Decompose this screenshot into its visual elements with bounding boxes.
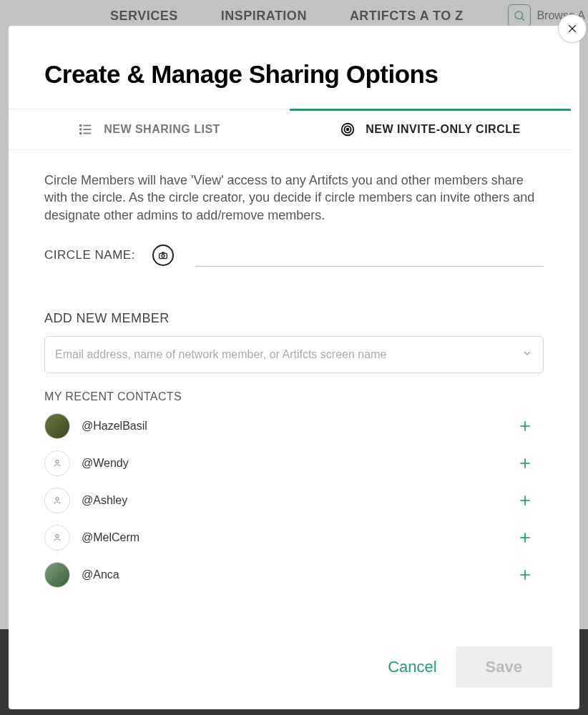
- list-icon: [78, 122, 94, 137]
- svg-point-17: [56, 460, 59, 463]
- plus-icon: [518, 493, 532, 508]
- add-contact-button[interactable]: [515, 528, 535, 548]
- modal-title: Create & Manage Sharing Options: [9, 26, 579, 109]
- avatar: [44, 562, 70, 588]
- svg-point-12: [347, 129, 349, 131]
- add-member-label: ADD NEW MEMBER: [44, 311, 544, 326]
- svg-point-20: [56, 498, 59, 500]
- avatar: [44, 413, 70, 439]
- add-contact-button[interactable]: [515, 490, 535, 511]
- camera-icon[interactable]: [152, 245, 174, 266]
- close-icon: [567, 23, 578, 34]
- circle-name-input[interactable]: [195, 244, 544, 267]
- contact-row: @Ashley: [44, 482, 535, 519]
- person-icon: [52, 458, 62, 468]
- plus-icon: [518, 531, 532, 545]
- add-contact-button[interactable]: [515, 416, 535, 436]
- tabs: NEW SHARING LIST NEW INVITE-ONLY CIRCLE: [9, 109, 571, 150]
- contact-row: @Wendy: [44, 445, 535, 482]
- recent-contacts-list: @HazelBasil @Wendy @Ashley: [44, 408, 544, 633]
- chevron-down-icon: [521, 347, 533, 362]
- add-contact-button[interactable]: [515, 565, 535, 585]
- target-icon: [340, 122, 356, 137]
- modal-body: Circle Members will have 'View' access t…: [9, 150, 579, 633]
- contact-handle: @HazelBasil: [82, 420, 504, 433]
- svg-point-14: [162, 255, 165, 257]
- save-button[interactable]: Save: [456, 646, 552, 688]
- close-button[interactable]: [558, 14, 587, 43]
- tab-new-invite-circle[interactable]: NEW INVITE-ONLY CIRCLE: [290, 109, 571, 149]
- tab-circle-label: NEW INVITE-ONLY CIRCLE: [366, 123, 520, 136]
- circle-name-row: CIRCLE NAME:: [44, 244, 544, 267]
- contact-row: @HazelBasil: [44, 408, 535, 445]
- recent-contacts-label: MY RECENT CONTACTS: [44, 390, 544, 403]
- tab-new-sharing-list[interactable]: NEW SHARING LIST: [9, 109, 290, 149]
- plus-icon: [518, 568, 532, 582]
- contact-handle: @Anca: [82, 568, 504, 581]
- svg-point-8: [80, 133, 82, 134]
- modal-footer: Cancel Save: [9, 633, 579, 709]
- person-icon: [52, 495, 62, 506]
- contact-handle: @Wendy: [82, 457, 504, 470]
- circle-description: Circle Members will have 'View' access t…: [44, 172, 544, 224]
- plus-icon: [518, 419, 532, 433]
- svg-point-6: [80, 129, 82, 130]
- cancel-button[interactable]: Cancel: [388, 658, 436, 676]
- avatar: [44, 525, 70, 551]
- add-member-input[interactable]: [55, 348, 521, 361]
- circle-name-label: CIRCLE NAME:: [44, 248, 135, 262]
- svg-point-4: [80, 125, 82, 127]
- contact-row: @Anca: [44, 556, 535, 593]
- avatar: [44, 450, 70, 476]
- contact-handle: @Ashley: [82, 494, 504, 507]
- svg-point-23: [56, 535, 59, 538]
- sharing-modal: Create & Manage Sharing Options NEW SHAR…: [9, 26, 579, 709]
- avatar: [44, 488, 70, 513]
- contact-row: @MelCerm: [44, 519, 535, 556]
- add-contact-button[interactable]: [515, 453, 535, 473]
- person-icon: [52, 533, 62, 543]
- add-member-combobox[interactable]: [44, 336, 544, 373]
- plus-icon: [518, 456, 532, 470]
- contact-handle: @MelCerm: [82, 531, 504, 544]
- tab-list-label: NEW SHARING LIST: [104, 123, 220, 136]
